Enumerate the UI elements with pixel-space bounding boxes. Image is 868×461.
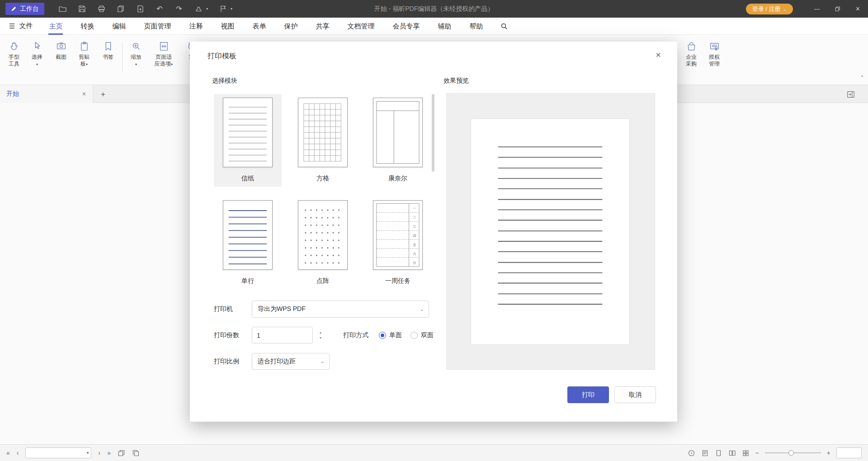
scale-select[interactable]: 适合打印边距 ⌄ <box>252 353 330 370</box>
dialog-close-button[interactable]: ✕ <box>652 49 665 61</box>
last-page-button[interactable]: » <box>107 450 111 456</box>
file-menu-button[interactable]: ☰ 文件 <box>9 22 33 30</box>
prev-page-button[interactable]: ‹ <box>17 450 19 456</box>
facing-pages-button[interactable] <box>728 449 736 457</box>
new-document-icon[interactable] <box>136 5 145 14</box>
open-folder-icon[interactable] <box>58 5 67 14</box>
zoom-level-input[interactable] <box>836 447 862 458</box>
prev-view-button[interactable] <box>118 449 125 457</box>
select-tool-button[interactable]: 选择▾ <box>24 40 50 68</box>
zoom-in-button[interactable]: + <box>827 450 830 456</box>
undo-icon[interactable]: ↶ <box>155 5 164 14</box>
menu-form[interactable]: 表单 <box>243 18 275 35</box>
cancel-button[interactable]: 取消 <box>614 386 656 403</box>
reflow-view-button[interactable] <box>701 449 709 457</box>
tool-label: 手型工具 <box>8 54 20 67</box>
menu-member[interactable]: 会员专享 <box>383 18 429 35</box>
tool-label: 缩放▾ <box>130 54 142 68</box>
template-card-weekly[interactable]: 一 二 三 四 五 六 日 一周任务 <box>364 197 432 289</box>
next-page-button[interactable]: › <box>98 450 100 456</box>
search-button[interactable] <box>498 20 510 32</box>
workspace-button[interactable]: 工作台 <box>5 3 44 15</box>
new-tab-button[interactable]: + <box>98 89 108 100</box>
pan-mode-button[interactable] <box>688 449 695 457</box>
hand-tool-button[interactable]: 手型工具 <box>1 40 27 67</box>
weekday-label: 一 <box>411 207 418 210</box>
menu-accessibility[interactable]: 辅助 <box>429 18 460 35</box>
menu-page-manage[interactable]: 页面管理 <box>135 18 180 35</box>
copy-icon[interactable] <box>116 5 125 14</box>
toolbar-separator <box>122 42 123 72</box>
radio-duplex[interactable] <box>410 332 418 339</box>
bookmark-tool-button[interactable]: 书签 <box>95 40 121 61</box>
caret-down-icon: ▾ <box>171 62 173 66</box>
print-button[interactable]: 打印 <box>567 386 609 403</box>
zoom-tool-button[interactable]: 缩放▾ <box>123 40 149 68</box>
menu-help[interactable]: 帮助 <box>460 18 492 35</box>
templates-section-label: 选择模块 <box>212 77 237 85</box>
grid-thumbnail <box>298 98 348 167</box>
tab-start[interactable]: 开始 ✕ <box>0 85 93 103</box>
chevron-down-icon: ⌄ <box>321 358 325 364</box>
stamp-tool-icon[interactable] <box>194 5 203 14</box>
grid-view-button[interactable] <box>742 449 750 457</box>
menu-doc-manage[interactable]: 文档管理 <box>338 18 383 35</box>
menu-home[interactable]: 主页 <box>40 18 71 35</box>
cursor-icon <box>32 40 43 52</box>
first-page-button[interactable]: « <box>6 450 10 456</box>
redo-icon[interactable]: ↷ <box>175 5 184 14</box>
menu-protect[interactable]: 保护 <box>275 18 307 35</box>
template-label: 点阵 <box>316 277 329 285</box>
next-view-button[interactable] <box>132 449 140 457</box>
template-card-dots[interactable]: 点阵 <box>289 197 357 289</box>
copies-input[interactable] <box>252 327 313 343</box>
radio-simplex[interactable] <box>379 332 386 339</box>
clipboard-tool-button[interactable]: 剪贴板▾ <box>71 40 97 68</box>
zoom-out-button[interactable]: − <box>755 450 759 456</box>
spin-up-icon[interactable]: ▴ <box>320 331 321 334</box>
flag-tool-icon[interactable] <box>218 5 227 14</box>
save-icon[interactable] <box>77 5 86 14</box>
menu-share[interactable]: 共享 <box>307 18 338 35</box>
print-icon[interactable] <box>97 5 106 14</box>
tab-close-icon[interactable]: ✕ <box>82 91 86 97</box>
page-navigation: « ‹ ▾ › » <box>6 445 140 461</box>
weekly-thumbnail: 一 二 三 四 五 六 日 <box>373 200 423 270</box>
magnifier-icon <box>131 40 142 52</box>
template-card-single-line[interactable]: 单行 <box>214 197 282 289</box>
menu-comment[interactable]: 注释 <box>180 18 212 35</box>
spin-down-icon[interactable]: ▾ <box>320 336 321 340</box>
login-register-button[interactable]: 登录 / 注册 ⌄ <box>746 4 793 14</box>
close-window-button[interactable]: ✕ <box>848 0 868 18</box>
zoom-slider[interactable] <box>765 452 821 453</box>
enterprise-purchase-button[interactable]: 企业采购 <box>679 40 704 67</box>
collapse-toolbar-button[interactable]: ⌃ <box>860 75 864 81</box>
weekday-label: 四 <box>411 234 418 237</box>
menubar: ☰ 文件 主页 转换 编辑 页面管理 注释 视图 表单 保护 共享 文档管理 会… <box>0 18 868 35</box>
zoom-slider-thumb[interactable] <box>788 450 794 456</box>
template-card-cornell[interactable]: 康奈尔 <box>364 94 432 187</box>
stamp-caret-icon[interactable]: ▾ <box>206 7 208 11</box>
menu-convert[interactable]: 转换 <box>71 18 103 35</box>
dialog-title: 打印模板 <box>208 52 236 61</box>
workspace-label: 工作台 <box>20 5 39 13</box>
letter-thumbnail <box>223 98 273 167</box>
minimize-button[interactable]: — <box>807 0 827 18</box>
license-manage-button[interactable]: 授权管理 <box>702 40 727 67</box>
restore-button[interactable] <box>827 0 848 18</box>
view-controls: − + <box>688 445 862 461</box>
shopping-bag-icon <box>686 40 697 52</box>
menu-edit[interactable]: 编辑 <box>103 18 135 35</box>
single-page-button[interactable] <box>715 449 722 457</box>
page-fit-tool-button[interactable]: 页面适应选项▾ <box>151 40 176 68</box>
snapshot-tool-button[interactable]: 截图 <box>48 40 74 61</box>
page-number-combo[interactable]: ▾ <box>25 447 91 458</box>
login-caret-icon: ⌄ <box>783 7 787 12</box>
templates-scrollbar[interactable] <box>432 94 434 172</box>
template-card-letter[interactable]: 信纸 <box>214 94 282 187</box>
printer-select[interactable]: 导出为WPS PDF ⌄ <box>252 301 429 318</box>
export-panel-button[interactable] <box>845 89 856 100</box>
flag-caret-icon[interactable]: ▾ <box>231 7 232 11</box>
menu-view[interactable]: 视图 <box>212 18 243 35</box>
template-card-grid[interactable]: 方格 <box>289 94 357 187</box>
